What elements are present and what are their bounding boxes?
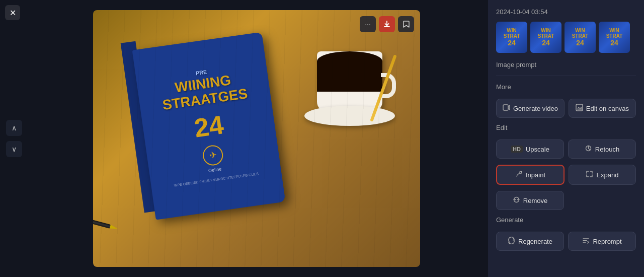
- book-cover: PRE WIINING STRAATGES 24 ✈ Oefine WPE OE…: [132, 32, 286, 220]
- reprompt-button[interactable]: Reprompt: [568, 232, 636, 251]
- remove-button[interactable]: Remove: [496, 191, 564, 210]
- thumbnail-4[interactable]: WINSTRAT24: [599, 22, 630, 53]
- thumbnail-3[interactable]: WINSTRAT24: [565, 22, 596, 53]
- thumb-inner-2: WINSTRAT24: [530, 22, 561, 53]
- book-small-text: WPE OEBEIED FMGE FMURRC UTEEFUSFG GUES: [174, 171, 259, 188]
- generate-video-button[interactable]: Generate video: [496, 99, 565, 118]
- thumbnail-1[interactable]: WINSTRAT24: [496, 22, 527, 53]
- expand-icon: [586, 170, 593, 179]
- more-options-button[interactable]: ···: [360, 16, 376, 32]
- bookmark-button[interactable]: [398, 16, 414, 32]
- retouch-icon: [585, 145, 592, 154]
- inpaint-button[interactable]: Inpaint: [496, 165, 565, 185]
- thumbnail-strip: WINSTRAT24 WINSTRAT24 WINSTRAT24 WINSTRA…: [496, 22, 636, 53]
- next-image-button[interactable]: ∨: [6, 141, 22, 157]
- book-number: 24: [192, 109, 225, 143]
- reprompt-icon: [582, 237, 590, 246]
- coffee-liquid: [317, 51, 382, 92]
- generate-section-title: Generate: [496, 216, 636, 224]
- main-image-area: ∧ ∨ PRE WIINING STRAATGES 24 ✈: [0, 0, 488, 277]
- edit-row-1: HD Upscale Retouch: [496, 140, 636, 159]
- svg-rect-1: [576, 104, 583, 111]
- coffee-cup-illustration: [299, 20, 400, 131]
- edit-row-3: Remove: [496, 191, 636, 210]
- thumb-inner-3: WINSTRAT24: [565, 22, 596, 53]
- edit-section-title: Edit: [496, 124, 636, 131]
- retouch-button[interactable]: Retouch: [568, 140, 636, 159]
- expand-button[interactable]: Expand: [569, 165, 636, 185]
- book-logo: ✈: [202, 144, 224, 167]
- canvas-icon: [576, 104, 583, 113]
- more-section-title: More: [496, 83, 636, 91]
- image-prompt-label: Image prompt: [496, 61, 636, 68]
- thumbnail-2[interactable]: WINSTRAT24: [530, 22, 561, 53]
- regenerate-icon: [508, 237, 515, 246]
- book-illustration: PRE WIINING STRAATGES 24 ✈ Oefine WPE OE…: [143, 40, 294, 232]
- saucer: [304, 106, 395, 126]
- inpaint-icon: [515, 170, 523, 179]
- regenerate-button[interactable]: Regenerate: [496, 232, 564, 251]
- bookmark-icon: [403, 21, 410, 28]
- book-oefine: Oefine: [208, 166, 222, 173]
- svg-rect-0: [503, 105, 508, 110]
- divider-1: [496, 76, 636, 76]
- upscale-button[interactable]: HD Upscale: [496, 140, 564, 159]
- close-button[interactable]: ✕: [5, 5, 20, 20]
- download-button[interactable]: [379, 16, 395, 32]
- download-icon: [383, 21, 390, 28]
- image-toolbar: ···: [360, 16, 414, 32]
- edit-row-2: Inpaint Expand: [496, 165, 636, 185]
- video-icon: [503, 104, 510, 113]
- thumb-inner-4: WINSTRAT24: [599, 22, 630, 53]
- edit-on-canvas-button[interactable]: Edit on canvas: [569, 99, 636, 118]
- prev-image-button[interactable]: ∧: [6, 120, 22, 136]
- pen-tip: [110, 225, 118, 231]
- remove-icon: [513, 196, 520, 205]
- svg-point-3: [520, 171, 522, 173]
- thumb-inner-1: WINSTRAT24: [496, 22, 527, 53]
- navigation-arrows: ∧ ∨: [6, 120, 22, 157]
- right-panel: 2024-10-04 03:54 WINSTRAT24 WINSTRAT24 W…: [488, 0, 644, 277]
- generate-buttons-row: Regenerate Reprompt: [496, 232, 636, 251]
- image-container: PRE WIINING STRAATGES 24 ✈ Oefine WPE OE…: [93, 10, 420, 267]
- more-buttons-row: Generate video Edit on canvas: [496, 99, 636, 118]
- timestamp: 2024-10-04 03:54: [496, 8, 636, 16]
- book-title-text: PRE WIINING STRAATGES: [158, 63, 249, 113]
- cup: [317, 51, 382, 112]
- pen-decoration: [93, 188, 111, 229]
- hd-icon: HD: [511, 146, 523, 153]
- main-image: PRE WIINING STRAATGES 24 ✈ Oefine WPE OE…: [93, 10, 420, 267]
